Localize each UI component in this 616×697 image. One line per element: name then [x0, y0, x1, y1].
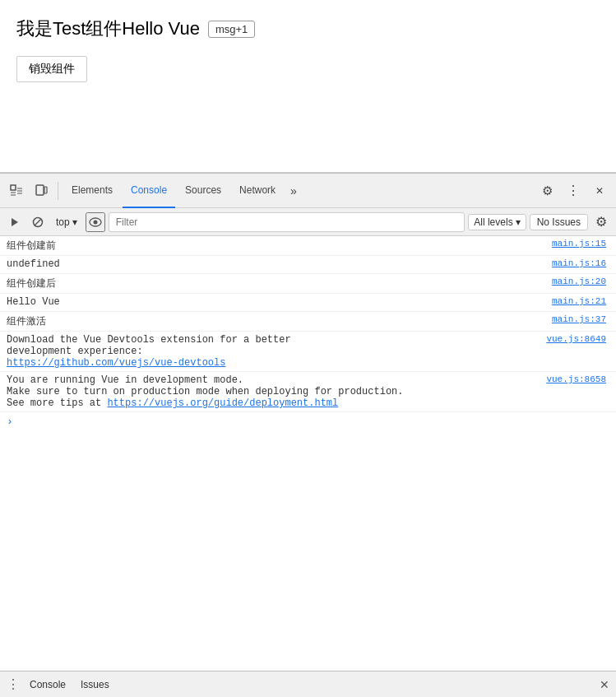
console-settings-button[interactable]: ⚙: [591, 212, 611, 232]
tab-network[interactable]: Network: [231, 174, 284, 208]
device-icon: [35, 184, 48, 197]
console-row: 组件创建后 main.js:20: [0, 274, 616, 294]
gear-icon: ⚙: [542, 184, 553, 198]
more-vert-icon: ⋮: [567, 183, 580, 198]
devtools-link[interactable]: https://github.com/vuejs/vue-devtools: [7, 357, 225, 369]
devtools-tabbar: Elements Console Sources Network » ⚙ ⋮: [0, 174, 616, 208]
svg-point-7: [93, 220, 97, 224]
levels-chevron-icon: ▾: [516, 216, 521, 228]
page-area: 我是Test组件Hello Vue msg+1 销毁组件: [0, 0, 616, 173]
tab-elements[interactable]: Elements: [63, 174, 121, 208]
console-output: 组件创建前 main.js:15 undefined main.js:16 组件…: [0, 236, 616, 671]
statusbar-menu-icon[interactable]: ⋮: [7, 676, 20, 692]
play-button[interactable]: [5, 212, 25, 232]
block-icon: [32, 216, 44, 228]
statusbar-console-tab[interactable]: Console: [25, 677, 71, 692]
devtools-statusbar: ⋮ Console Issues ✕: [0, 671, 616, 697]
source-link[interactable]: main.js:21: [552, 296, 606, 306]
device-icon-button[interactable]: [30, 179, 53, 202]
console-prod-row: You are running Vue in development mode.…: [0, 372, 616, 412]
no-issues-badge: No Issues: [530, 214, 588, 230]
source-link[interactable]: main.js:37: [552, 314, 606, 324]
console-gear-icon: ⚙: [595, 214, 607, 230]
console-row: 组件激活 main.js:37: [0, 312, 616, 332]
source-link[interactable]: main.js:15: [552, 239, 606, 249]
svg-rect-0: [11, 185, 16, 190]
statusbar-issues-tab[interactable]: Issues: [76, 677, 114, 692]
play-icon: [9, 216, 21, 228]
svg-rect-1: [36, 185, 44, 195]
inspect-icon: [10, 184, 23, 197]
devtools-right-icons: ⚙ ⋮ ✕: [535, 179, 611, 202]
tab-sources[interactable]: Sources: [177, 174, 229, 208]
chevron-down-icon: ▾: [72, 216, 77, 228]
console-prompt-row: ›: [0, 412, 616, 431]
source-link[interactable]: main.js:20: [552, 276, 606, 286]
more-options-button[interactable]: ⋮: [562, 179, 585, 202]
destroy-button[interactable]: 销毁组件: [16, 56, 87, 82]
console-devtools-row: Download the Vue Devtools extension for …: [0, 332, 616, 372]
console-row: Hello Vue main.js:21: [0, 294, 616, 312]
console-row: undefined main.js:16: [0, 256, 616, 274]
close-devtools-button[interactable]: ✕: [588, 179, 611, 202]
close-icon: ✕: [595, 185, 604, 197]
eye-icon: [89, 217, 102, 227]
inspect-icon-button[interactable]: [5, 179, 28, 202]
filter-input[interactable]: [109, 212, 465, 232]
devtools-panel: Elements Console Sources Network » ⚙ ⋮: [0, 173, 616, 697]
prod-row-header: You are running Vue in development mode.…: [7, 374, 606, 409]
more-tabs-button[interactable]: »: [285, 181, 302, 201]
prod-source-link[interactable]: vue.js:8658: [546, 374, 606, 409]
devtools-source-link[interactable]: vue.js:8649: [546, 334, 606, 369]
svg-rect-2: [44, 187, 47, 193]
settings-button[interactable]: ⚙: [535, 179, 558, 202]
toolbar-separator: [58, 182, 58, 200]
prompt-caret: ›: [7, 416, 13, 428]
prod-link[interactable]: https://vuejs.org/guide/deployment.html: [107, 397, 338, 409]
svg-marker-3: [12, 218, 18, 226]
block-button[interactable]: [28, 212, 48, 232]
eye-button[interactable]: [86, 212, 105, 232]
console-toolbar: top ▾ All levels ▾ No Issues ⚙: [0, 208, 616, 236]
svg-line-5: [35, 219, 41, 225]
console-row: 组件创建前 main.js:15: [0, 236, 616, 256]
devtools-row-header: Download the Vue Devtools extension for …: [7, 334, 606, 369]
source-link[interactable]: main.js:16: [552, 258, 606, 268]
page-title: 我是Test组件Hello Vue: [16, 16, 200, 41]
tab-console[interactable]: Console: [123, 174, 175, 208]
statusbar-close-button[interactable]: ✕: [600, 678, 609, 691]
page-title-container: 我是Test组件Hello Vue msg+1: [16, 16, 600, 41]
levels-selector[interactable]: All levels ▾: [468, 214, 526, 230]
context-selector[interactable]: top ▾: [51, 215, 82, 230]
msg-badge: msg+1: [208, 21, 255, 38]
